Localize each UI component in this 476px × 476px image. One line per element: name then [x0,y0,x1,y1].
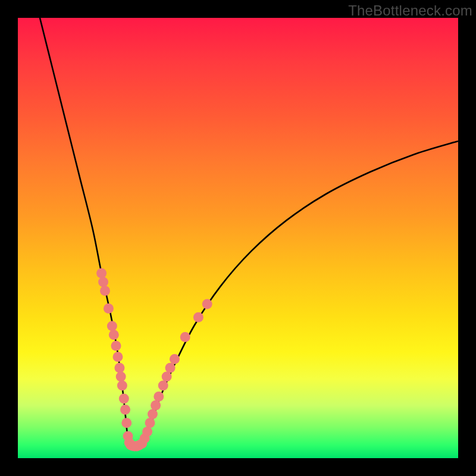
data-marker [104,303,114,314]
data-marker [112,352,123,362]
data-marker [121,418,131,428]
data-marker [154,392,164,402]
plot-area [18,18,458,458]
data-marker [162,372,172,382]
data-marker [170,354,180,364]
data-marker [96,268,107,278]
data-marker [165,363,176,373]
data-marker [109,330,119,340]
bottleneck-curve [40,18,458,447]
data-marker [111,341,121,351]
data-marker [120,405,130,415]
data-marker [117,380,127,390]
data-marker [100,286,110,296]
data-marker [107,321,117,331]
data-marker [142,427,152,437]
data-marker [114,363,124,373]
data-marker [151,400,161,411]
chart-frame: TheBottleneck.com [0,0,476,476]
data-marker [145,418,155,428]
data-marker [148,409,158,419]
data-markers [96,268,212,452]
data-marker [158,380,168,390]
data-marker [180,332,190,342]
chart-svg [18,18,458,458]
data-marker [119,394,129,404]
watermark-text: TheBottleneck.com [348,2,472,19]
data-marker [116,372,126,382]
data-marker [193,312,203,322]
data-marker [202,299,212,309]
data-marker [98,277,108,287]
